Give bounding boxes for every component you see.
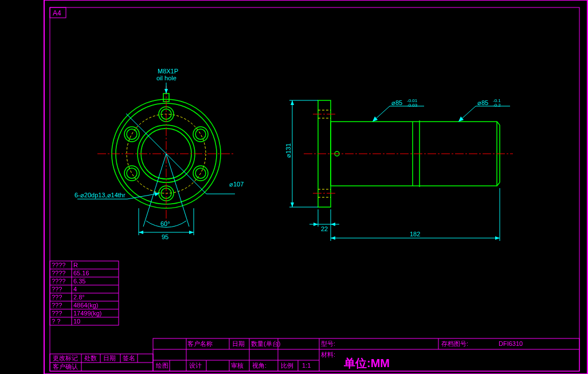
svg-text:材料:: 材料: [320, 351, 335, 358]
svg-text:日期: 日期 [232, 340, 245, 347]
svg-text:10: 10 [73, 318, 80, 325]
title-block: 客户名称 日期 数量(单台) 型号: 存档图号: DFI6310 材料: 绘图 … [153, 338, 579, 371]
dim-131: ⌀131 [285, 143, 292, 158]
svg-marker-52 [291, 100, 294, 105]
outer-border [44, 0, 587, 374]
svg-marker-71 [458, 116, 464, 122]
svg-marker-53 [291, 202, 294, 207]
svg-text:日期: 日期 [103, 354, 116, 361]
svg-line-26 [143, 154, 166, 227]
side-view [304, 100, 513, 207]
change-block: 更改标记 处数 日期 签名 客户确认 [50, 354, 153, 371]
svg-text:客户名称: 客户名称 [187, 340, 213, 347]
svg-text:R: R [73, 262, 78, 268]
data-table: ????R ????65.16 ????6.35 ??? 4 ??? 2.8° … [50, 261, 119, 325]
dim-95: 95 [162, 233, 168, 240]
svg-text:审核: 审核 [231, 362, 244, 369]
svg-text:客户确认: 客户确认 [53, 363, 78, 370]
svg-text:2.8°: 2.8° [73, 294, 85, 301]
svg-text:设计: 设计 [189, 362, 202, 369]
svg-line-27 [166, 154, 189, 227]
svg-marker-22 [164, 89, 168, 94]
dim-22: 22 [321, 225, 328, 232]
svg-marker-65 [495, 236, 500, 240]
svg-text:17499(kg): 17499(kg) [73, 310, 102, 317]
hole-spec: 6-⌀20dp13,⌀14thr [75, 192, 126, 198]
tol-85a-low: -0.03 [407, 103, 418, 108]
svg-point-16 [127, 129, 137, 139]
svg-text:???: ??? [52, 286, 62, 293]
svg-marker-68 [373, 116, 378, 122]
svg-text:4: 4 [73, 286, 77, 293]
svg-text:数量(单台): 数量(单台) [251, 340, 280, 347]
svg-text:型号:: 型号: [321, 340, 335, 347]
note-m8: M8X1P [158, 68, 178, 75]
svg-marker-31 [139, 231, 143, 234]
svg-text:DFI6310: DFI6310 [499, 340, 523, 347]
svg-text:签名: 签名 [123, 354, 135, 361]
svg-text:6.35: 6.35 [73, 278, 85, 285]
dim-85b: ⌀85 [477, 99, 488, 106]
svg-text:更改标记: 更改标记 [53, 354, 78, 361]
svg-text:处数: 处数 [84, 354, 97, 361]
sheet-label: A4 [53, 9, 61, 17]
svg-text:????: ???? [52, 262, 65, 268]
note-oil: oil hole [156, 75, 177, 81]
dim-60deg: 60° [160, 220, 170, 227]
svg-text:????: ???? [52, 270, 65, 276]
svg-text:1:1: 1:1 [302, 362, 311, 369]
dim-85a: ⌀85 [391, 99, 402, 106]
svg-text:4864(kg): 4864(kg) [73, 302, 98, 309]
svg-text:比例: 比例 [281, 362, 293, 369]
svg-text:???: ??? [52, 302, 62, 309]
svg-text:65.16: 65.16 [73, 270, 89, 276]
dim-107: ⌀107 [229, 181, 244, 188]
svg-text:?  ?: ? ? [52, 318, 60, 325]
dim-182: 182 [410, 231, 420, 237]
svg-text:绘图: 绘图 [156, 362, 168, 369]
svg-text:单位:MM: 单位:MM [343, 357, 390, 369]
svg-point-8 [195, 129, 206, 139]
svg-text:????: ???? [52, 278, 65, 285]
svg-point-14 [127, 168, 137, 178]
svg-marker-64 [331, 236, 335, 240]
tol-85b-low: -0.2 [493, 103, 501, 108]
svg-marker-32 [189, 231, 194, 234]
svg-text:存档图号:: 存档图号: [441, 340, 468, 347]
svg-text:视角:: 视角: [252, 362, 266, 369]
svg-text:???: ??? [52, 310, 62, 317]
svg-text:???: ??? [52, 294, 62, 301]
